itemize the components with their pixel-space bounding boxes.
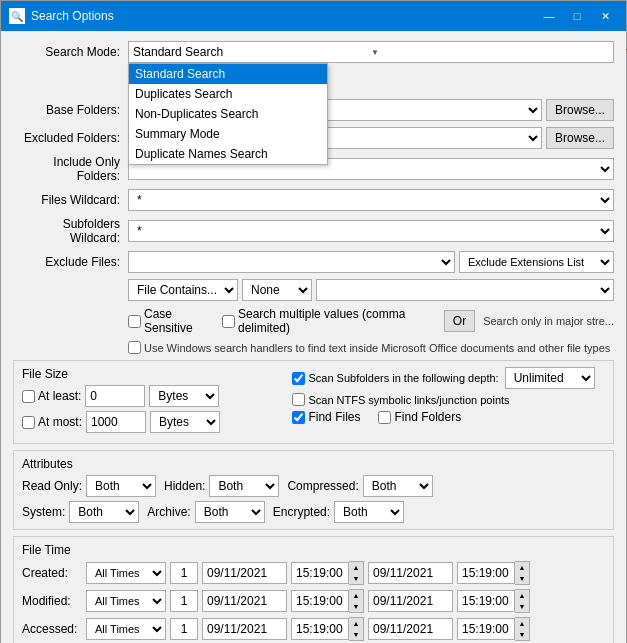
created-time1-down[interactable]: ▼ xyxy=(349,573,363,584)
accessed-date2[interactable] xyxy=(368,618,453,640)
at-most-input[interactable] xyxy=(86,411,146,433)
excluded-folders-label: Excluded Folders: xyxy=(13,131,128,145)
created-time1-up[interactable]: ▲ xyxy=(349,562,363,573)
hidden-select[interactable]: BothYesNo xyxy=(209,475,279,497)
modified-time1-down[interactable]: ▼ xyxy=(349,601,363,612)
windows-handlers-text: Use Windows search handlers to find text… xyxy=(144,342,610,354)
case-sensitive-checkbox[interactable] xyxy=(128,315,141,328)
files-wildcard-select[interactable]: * xyxy=(128,189,614,211)
modified-time1-up[interactable]: ▲ xyxy=(349,590,363,601)
dropdown-item-standard[interactable]: Standard Search xyxy=(129,64,327,84)
at-least-unit[interactable]: Bytes xyxy=(149,385,219,407)
subfolders-wildcard-label: Subfolders Wildcard: xyxy=(13,217,128,245)
file-contains-select[interactable]: File Contains... xyxy=(128,279,238,301)
accessed-time-type[interactable]: All TimesLastBeforeAfterBetween xyxy=(86,618,166,640)
modified-time-type[interactable]: All TimesLastBeforeAfterBetween xyxy=(86,590,166,612)
search-mode-dropdown: Standard Search Duplicates Search Non-Du… xyxy=(128,63,328,165)
modified-time2-wrap: ▲ ▼ xyxy=(457,589,530,613)
find-files-checkbox[interactable] xyxy=(292,411,305,424)
find-folders-label[interactable]: Find Folders xyxy=(378,410,461,424)
search-multiple-checkbox[interactable] xyxy=(222,315,235,328)
case-sensitive-label[interactable]: Case Sensitive xyxy=(128,307,214,335)
dropdown-item-duplicate-names[interactable]: Duplicate Names Search xyxy=(129,144,327,164)
readonly-attr: Read Only: BothYesNo xyxy=(22,475,156,497)
modified-row: Modified: All TimesLastBeforeAfterBetwee… xyxy=(22,589,605,613)
modified-time2-up[interactable]: ▲ xyxy=(515,590,529,601)
at-least-label[interactable]: At least: xyxy=(22,389,81,403)
exclude-extensions-select[interactable]: Exclude Extensions List xyxy=(459,251,614,273)
modified-time1-spinners: ▲ ▼ xyxy=(349,589,364,613)
created-time2-up[interactable]: ▲ xyxy=(515,562,529,573)
scan-subfolders-label[interactable]: Scan Subfolders in the following depth: xyxy=(292,372,498,385)
modified-date1[interactable] xyxy=(202,590,287,612)
accessed-time1-down[interactable]: ▼ xyxy=(349,629,363,640)
file-time-title: File Time xyxy=(22,543,605,557)
accessed-label: Accessed: xyxy=(22,622,82,636)
accessed-time2[interactable] xyxy=(457,618,515,640)
at-most-unit[interactable]: Bytes xyxy=(150,411,220,433)
content-area: Search Mode: Standard Search ▼ Standard … xyxy=(1,31,626,643)
created-time2-down[interactable]: ▼ xyxy=(515,573,529,584)
created-date1[interactable] xyxy=(202,562,287,584)
dropdown-item-summary[interactable]: Summary Mode xyxy=(129,124,327,144)
dropdown-arrow: ▼ xyxy=(371,48,609,57)
modified-time2[interactable] xyxy=(457,590,515,612)
dropdown-item-duplicates[interactable]: Duplicates Search xyxy=(129,84,327,104)
modified-date2[interactable] xyxy=(368,590,453,612)
file-size-section: File Size At least: Bytes xyxy=(13,360,614,444)
or-button[interactable]: Or xyxy=(444,310,475,332)
accessed-num[interactable] xyxy=(170,618,198,640)
search-mode-row: Search Mode: Standard Search ▼ Standard … xyxy=(13,41,614,63)
encrypted-select[interactable]: BothYesNo xyxy=(334,501,404,523)
system-select[interactable]: BothYesNo xyxy=(69,501,139,523)
created-num[interactable] xyxy=(170,562,198,584)
find-files-label[interactable]: Find Files xyxy=(292,410,360,424)
modified-time1-wrap: ▲ ▼ xyxy=(291,589,364,613)
at-most-checkbox[interactable] xyxy=(22,416,35,429)
excluded-folders-browse[interactable]: Browse... xyxy=(546,127,614,149)
case-sensitive-text: Case Sensitive xyxy=(144,307,214,335)
search-multiple-label[interactable]: Search multiple values (comma delimited) xyxy=(222,307,436,335)
created-time-type[interactable]: All TimesLastBeforeAfterBetween xyxy=(86,562,166,584)
at-least-checkbox[interactable] xyxy=(22,390,35,403)
archive-select[interactable]: BothYesNo xyxy=(195,501,265,523)
created-time2[interactable] xyxy=(457,562,515,584)
modified-time1[interactable] xyxy=(291,590,349,612)
compressed-select[interactable]: BothYesNo xyxy=(363,475,433,497)
contains-value-select[interactable] xyxy=(316,279,614,301)
modified-num[interactable] xyxy=(170,590,198,612)
scan-subfolders-checkbox[interactable] xyxy=(292,372,305,385)
find-folders-checkbox[interactable] xyxy=(378,411,391,424)
depth-select[interactable]: Unlimited xyxy=(505,367,595,389)
close-window-button[interactable]: ✕ xyxy=(592,6,618,26)
scan-ntfs-label[interactable]: Scan NTFS symbolic links/junction points xyxy=(292,393,509,406)
readonly-select[interactable]: BothYesNo xyxy=(86,475,156,497)
at-least-input[interactable] xyxy=(85,385,145,407)
scan-ntfs-checkbox[interactable] xyxy=(292,393,305,406)
at-most-label[interactable]: At most: xyxy=(22,415,82,429)
dropdown-item-non-duplicates[interactable]: Non-Duplicates Search xyxy=(129,104,327,124)
exclude-files-select[interactable] xyxy=(128,251,455,273)
none-select[interactable]: None xyxy=(242,279,312,301)
windows-handlers-checkbox[interactable] xyxy=(128,341,141,354)
base-folders-browse[interactable]: Browse... xyxy=(546,99,614,121)
accessed-time2-up[interactable]: ▲ xyxy=(515,618,529,629)
accessed-time1[interactable] xyxy=(291,618,349,640)
files-wildcard-row: Files Wildcard: * xyxy=(13,189,614,211)
maximize-button[interactable]: □ xyxy=(564,6,590,26)
attributes-section: Attributes Read Only: BothYesNo Hidden: … xyxy=(13,450,614,530)
subfolders-wildcard-select[interactable]: * xyxy=(128,220,614,242)
search-multiple-text: Search multiple values (comma delimited) xyxy=(238,307,436,335)
modified-time2-down[interactable]: ▼ xyxy=(515,601,529,612)
accessed-time1-up[interactable]: ▲ xyxy=(349,618,363,629)
accessed-time2-down[interactable]: ▼ xyxy=(515,629,529,640)
accessed-date1[interactable] xyxy=(202,618,287,640)
created-time1[interactable] xyxy=(291,562,349,584)
windows-handlers-label[interactable]: Use Windows search handlers to find text… xyxy=(128,341,614,354)
created-date2[interactable] xyxy=(368,562,453,584)
minimize-button[interactable]: — xyxy=(536,6,562,26)
title-buttons: — □ ✕ xyxy=(536,6,618,26)
search-mode-trigger[interactable]: Standard Search ▼ xyxy=(128,41,614,63)
readonly-label: Read Only: xyxy=(22,479,82,493)
window-title: Search Options xyxy=(31,9,536,23)
